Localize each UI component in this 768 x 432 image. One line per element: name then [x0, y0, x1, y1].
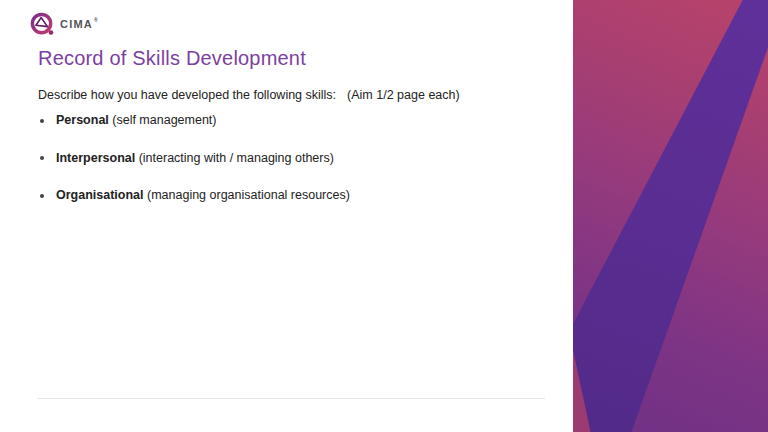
cima-logo-wordmark: CIMA®	[60, 19, 99, 30]
skill-description: (interacting with / managing others)	[135, 151, 334, 165]
skill-term: Interpersonal	[56, 151, 135, 165]
list-item: Organisational (managing organisational …	[38, 187, 518, 204]
bullet-dot-icon	[40, 156, 44, 160]
skill-term: Organisational	[56, 188, 144, 202]
skill-description: (managing organisational resources)	[144, 188, 350, 202]
intro-sentence: Describe how you have developed the foll…	[38, 88, 336, 102]
intro-text: Describe how you have developed the foll…	[38, 88, 460, 102]
trademark-symbol: ®	[94, 18, 99, 23]
list-item: Interpersonal (interacting with / managi…	[38, 150, 518, 167]
skill-term: Personal	[56, 113, 109, 127]
presentation-slide: CIMA® Record of Skills Development Descr…	[0, 0, 768, 432]
bullet-dot-icon	[40, 119, 44, 123]
footer-divider	[38, 398, 545, 399]
decorative-side-panel	[573, 0, 768, 432]
diagonal-band-shape	[573, 0, 768, 432]
cima-logo: CIMA®	[30, 12, 99, 37]
cima-logo-icon	[30, 12, 55, 37]
page-title: Record of Skills Development	[38, 47, 306, 70]
list-item: Personal (self management)	[38, 112, 518, 129]
skills-bullet-list: Personal (self management) Interpersonal…	[38, 112, 518, 225]
skill-description: (self management)	[109, 113, 217, 127]
aim-note: (Aim 1/2 page each)	[347, 88, 460, 102]
bullet-dot-icon	[40, 194, 44, 198]
